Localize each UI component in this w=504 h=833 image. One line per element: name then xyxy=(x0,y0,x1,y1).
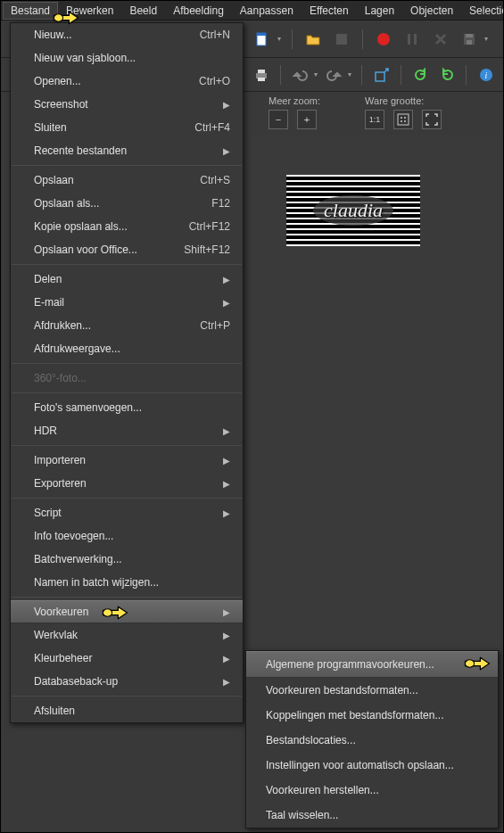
file-menu-dropdown: Nieuw...Ctrl+NNieuw van sjabloon...Opene… xyxy=(10,22,244,723)
submenu-arrow-icon: ▶ xyxy=(223,146,230,156)
menu-item[interactable]: Batchverwerking... xyxy=(11,548,243,571)
menu-separator xyxy=(12,696,242,697)
menu-item[interactable]: Exporteren▶ xyxy=(11,472,243,495)
actual-size-1to1-button[interactable]: 1:1 xyxy=(365,110,384,129)
submenu-item[interactable]: Algemene programmavoorkeuren... xyxy=(246,651,498,678)
menu-item[interactable]: Delen▶ xyxy=(11,268,243,291)
menu-effecten[interactable]: Effecten xyxy=(302,2,357,20)
undo-green-icon[interactable] xyxy=(410,63,431,87)
redo-green-icon[interactable] xyxy=(436,63,457,87)
menu-item[interactable]: Kopie opslaan als...Ctrl+F12 xyxy=(11,215,243,238)
menu-item[interactable]: Opslaan als...F12 xyxy=(11,192,243,215)
submenu-item[interactable]: Voorkeuren herstellen... xyxy=(246,778,498,803)
submenu-item[interactable]: Taal wisselen... xyxy=(246,803,498,828)
menu-item[interactable]: Recente bestanden▶ xyxy=(11,139,243,162)
menu-item[interactable]: Nieuw...Ctrl+N xyxy=(11,23,243,46)
chevron-down-icon[interactable]: ▾ xyxy=(483,35,490,43)
menu-separator xyxy=(12,445,242,446)
menu-beeld[interactable]: Beeld xyxy=(121,2,165,20)
zoom-out-button[interactable]: − xyxy=(269,110,288,129)
menu-item[interactable]: Foto's samenvoegen... xyxy=(11,396,243,419)
svg-point-4 xyxy=(377,33,390,45)
menu-afbeelding[interactable]: Afbeelding xyxy=(165,2,232,20)
menu-item-label: Kopie opslaan als... xyxy=(34,220,128,233)
menu-item[interactable]: Opslaan voor Office...Shift+F12 xyxy=(11,238,243,261)
actual-size-label: Ware grootte: xyxy=(365,95,424,106)
menu-item-shortcut: Ctrl+S xyxy=(182,174,230,186)
more-zoom-label: Meer zoom: xyxy=(269,95,320,106)
save-icon[interactable] xyxy=(458,28,481,51)
menu-item-label: Openen... xyxy=(34,75,81,87)
menu-item[interactable]: Screenshot▶ xyxy=(11,93,243,116)
menu-item-label: 360°-foto... xyxy=(34,372,87,384)
menu-item-label: Exporteren xyxy=(34,477,87,490)
submenu-item-label: Algemene programmavoorkeuren... xyxy=(266,658,434,671)
zoom-in-button[interactable]: + xyxy=(297,110,317,129)
menu-item[interactable]: SluitenCtrl+F4 xyxy=(11,116,243,139)
menu-item[interactable]: Importeren▶ xyxy=(11,449,243,472)
submenu-arrow-icon: ▶ xyxy=(223,631,230,640)
chevron-down-icon[interactable]: ▾ xyxy=(276,35,283,43)
menu-item[interactable]: OpslaanCtrl+S xyxy=(11,169,243,192)
menu-item[interactable]: HDR▶ xyxy=(11,419,243,442)
fit-window-button[interactable] xyxy=(393,110,413,129)
annotation-pointer-icon xyxy=(462,654,492,673)
menu-item[interactable]: Voorkeuren▶ xyxy=(11,600,243,623)
menu-bestand[interactable]: Bestand xyxy=(3,2,58,20)
menu-item-label: Sluiten xyxy=(34,121,67,134)
menu-item[interactable]: Kleurbeheer▶ xyxy=(11,647,243,670)
submenu-item[interactable]: Voorkeuren bestandsformaten... xyxy=(246,678,498,703)
print-icon[interactable] xyxy=(251,63,271,87)
menu-lagen[interactable]: Lagen xyxy=(357,2,402,20)
menu-item[interactable]: Nieuw van sjabloon... xyxy=(11,46,243,70)
menu-objecten[interactable]: Objecten xyxy=(402,2,461,20)
menu-item-label: Opslaan als... xyxy=(34,197,99,210)
menu-item-label: Namen in batch wijzigen... xyxy=(34,576,159,589)
redo-icon[interactable] xyxy=(324,63,344,87)
submenu-item[interactable]: Bestandslocaties... xyxy=(246,728,498,753)
menu-aanpassen[interactable]: Aanpassen xyxy=(232,2,302,20)
menu-item-shortcut: Ctrl+O xyxy=(181,75,230,87)
info-icon[interactable]: i xyxy=(475,63,496,87)
menu-item-label: Werkvlak xyxy=(34,629,78,641)
submenu-item[interactable]: Koppelingen met bestandsformaten... xyxy=(246,703,498,728)
menu-item[interactable]: Script▶ xyxy=(11,501,243,524)
menu-item[interactable]: Databaseback-up▶ xyxy=(11,670,243,693)
menu-item-label: Script xyxy=(34,507,62,519)
fullscreen-button[interactable] xyxy=(422,110,442,129)
menu-item-shortcut: F12 xyxy=(194,197,230,210)
resize-icon[interactable] xyxy=(371,63,392,87)
record-icon[interactable] xyxy=(372,28,395,51)
menu-item[interactable]: Namen in batch wijzigen... xyxy=(11,571,243,594)
submenu-item[interactable]: Instellingen voor automatisch opslaan... xyxy=(246,753,498,778)
svg-rect-13 xyxy=(376,72,384,81)
menu-item-label: Nieuw van sjabloon... xyxy=(34,52,136,64)
annotation-pointer-icon xyxy=(100,603,130,623)
menu-item[interactable]: Afdrukweergave... xyxy=(11,337,243,360)
menu-item-shortcut: Ctrl+F12 xyxy=(171,220,230,233)
new-document-icon[interactable] xyxy=(251,28,274,51)
menu-item-label: Batchverwerking... xyxy=(34,553,122,565)
menu-item[interactable]: E-mail▶ xyxy=(11,291,243,314)
menu-item[interactable]: Werkvlak▶ xyxy=(11,623,243,647)
menu-item-label: Afsluiten xyxy=(34,705,75,717)
undo-icon[interactable] xyxy=(290,63,310,87)
chevron-down-icon[interactable]: ▾ xyxy=(312,70,318,78)
svg-point-18 xyxy=(404,117,406,119)
menu-item-shortcut: Ctrl+P xyxy=(182,319,230,332)
menu-separator xyxy=(12,597,242,598)
submenu-item-label: Taal wisselen... xyxy=(266,809,338,821)
svg-rect-6 xyxy=(414,34,417,45)
stop-icon[interactable] xyxy=(330,28,353,51)
menu-item[interactable]: Openen...Ctrl+O xyxy=(11,70,243,93)
open-folder-icon[interactable] xyxy=(302,28,325,51)
menu-item-label: Delen xyxy=(34,273,62,285)
menu-item: 360°-foto... xyxy=(11,367,243,390)
menu-item[interactable]: Afsluiten xyxy=(11,699,243,722)
menu-item[interactable]: Info toevoegen... xyxy=(11,524,243,548)
menu-selecties[interactable]: Selecties xyxy=(461,2,504,20)
cancel-icon[interactable] xyxy=(429,28,452,51)
chevron-down-icon[interactable]: ▾ xyxy=(346,70,352,78)
pause-icon[interactable] xyxy=(401,28,424,51)
menu-item[interactable]: Afdrukken...Ctrl+P xyxy=(11,314,243,337)
